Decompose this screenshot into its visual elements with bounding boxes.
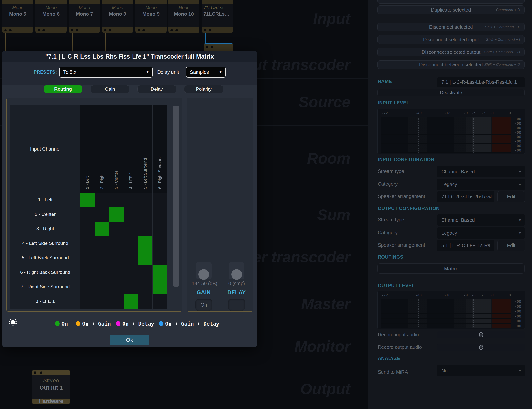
meter-mid-zone (466, 304, 492, 308)
tab-delay[interactable]: Delay (137, 85, 176, 93)
output-port-icon[interactable] (109, 29, 111, 31)
menu-item-shortcut: Shift + Command + D (484, 61, 520, 69)
chevron-down-icon: ▼ (518, 368, 522, 373)
matrix-cell-on[interactable] (138, 236, 153, 251)
matrix-cell-on[interactable] (138, 251, 153, 265)
menu-item-duplicate-selected[interactable]: Duplicate selectedCommand + D (377, 6, 524, 14)
connection-wire (39, 33, 39, 51)
output-speaker-edit-button[interactable]: Edit (497, 240, 525, 251)
input-level-meter: -72-40-18-9-6-3-10-00-00-00-00-00-00-00-… (377, 109, 525, 154)
matrix-column-header: 2 - Right (95, 105, 109, 193)
node-footer (36, 27, 67, 33)
meter-gridline (382, 299, 382, 328)
matrix-cell-on[interactable] (124, 294, 138, 308)
input-level-heading: INPUT LEVEL (378, 100, 409, 106)
grid-vline (167, 105, 167, 308)
input-port-icon[interactable] (211, 46, 213, 48)
tab-polarity[interactable]: Polarity (184, 85, 223, 93)
matrix-cell-on[interactable] (153, 279, 167, 294)
meter-area (381, 299, 511, 328)
meter-readout: -00 (509, 309, 521, 313)
ok-button[interactable]: Ok (110, 335, 149, 345)
presets-select[interactable]: To 5.x ▼ (59, 67, 153, 78)
node-mono-6[interactable]: MonoMono 6 (36, 0, 67, 33)
matrix-button[interactable]: Matrix (377, 263, 524, 274)
record-output-toggle[interactable] (437, 344, 525, 351)
matrix-cell-on[interactable] (109, 207, 124, 222)
meter-area (381, 117, 511, 153)
node-header (135, 0, 167, 4)
gain-knob[interactable] (198, 269, 209, 280)
chevron-down-icon: ▼ (219, 70, 222, 74)
menu-item-partial[interactable] (377, 0, 524, 3)
output-port-icon[interactable] (171, 29, 173, 31)
input-port-icon[interactable] (34, 372, 36, 374)
input-stream-type-select[interactable]: Channel Based ▼ (437, 166, 525, 177)
menu-item-disconnect-selected-input[interactable]: Disconnect selected inputShift + Command… (377, 35, 524, 44)
menu-item-disconnect-selected-output[interactable]: Disconnect selected outputShift + Comman… (377, 48, 524, 56)
node-mono-10[interactable]: MonoMono 10 (168, 0, 199, 33)
node-footer (168, 27, 199, 33)
delay-on-button[interactable] (228, 299, 245, 311)
matrix-cell-on[interactable] (80, 193, 95, 207)
menu-item-disconnect-selected[interactable]: Disconnect selectedShift + Command + L (377, 23, 524, 31)
matrix-cell-on[interactable] (95, 222, 109, 236)
output-port-icon[interactable] (209, 29, 211, 31)
node-71lcrlsslb-[interactable]: 71LCRLssLbsRb…71LCRLssLb… (202, 0, 233, 33)
input-configuration-heading: INPUT CONFIGURATION (378, 157, 434, 162)
output-port-icon[interactable] (76, 29, 78, 31)
output-category-select[interactable]: Legacy ▼ (437, 227, 525, 239)
input-category-select[interactable]: Legacy ▼ (437, 179, 525, 190)
output-stream-type-select[interactable]: Channel Based ▼ (437, 214, 525, 226)
meter-channel-row (381, 139, 511, 144)
output-port-icon[interactable] (43, 29, 45, 31)
matrix-vertical-scrollbar[interactable] (173, 106, 179, 287)
output-port-icon[interactable] (9, 29, 11, 31)
output-port-icon[interactable] (104, 29, 107, 31)
input-speaker-arrangement-select[interactable]: 71 LCRLssLbsRbsRssLfe ▼ (437, 191, 495, 202)
delay-knob[interactable] (231, 269, 242, 280)
legend-label: On (62, 321, 68, 327)
node-mono-8[interactable]: MonoMono 8 (102, 0, 133, 33)
output-speaker-arrangement-select[interactable]: 5.1 | L-R-C-LFE-Ls-Rs ▼ (437, 240, 495, 251)
menu-item-disconnect-between-selected[interactable]: Disconnect between selectedShift + Comma… (377, 60, 524, 69)
output-port-icon[interactable] (4, 29, 7, 31)
output-port-icon[interactable] (71, 29, 73, 31)
input-port-icon[interactable] (206, 46, 208, 48)
node-footer (69, 27, 100, 33)
input-port-icon[interactable] (40, 372, 43, 374)
node-mono-5[interactable]: MonoMono 5 (2, 0, 33, 33)
meter-readout: -00 (509, 135, 521, 139)
meter-readout: -00 (509, 314, 521, 318)
tab-routing[interactable]: Routing (44, 85, 82, 93)
send-to-mira-select[interactable]: No ▼ (437, 365, 525, 376)
meter-channel-row (381, 314, 511, 319)
meter-readout: -00 (509, 324, 521, 328)
output-port-icon[interactable] (143, 29, 145, 31)
name-input[interactable]: 7.1 | L-C-R-Lss-Lbs-Rbs-Rss-Lfe 1 (437, 77, 525, 87)
node-mono-9[interactable]: MonoMono 9 (135, 0, 167, 33)
output-port-icon[interactable] (204, 29, 206, 31)
meter-mid-zone (466, 139, 492, 143)
gain-on-button[interactable]: On (195, 299, 212, 311)
delay-unit-select[interactable]: Samples ▼ (186, 67, 226, 78)
meter-channel-row (381, 126, 511, 130)
matrix-cell-on[interactable] (153, 265, 167, 279)
meter-gridline (473, 117, 474, 153)
matrix-row-label: 8 - LFE 1 (10, 294, 80, 308)
input-stream-type-label: Stream type (378, 168, 404, 175)
node-name-label: Mono 6 (36, 11, 67, 17)
output-node[interactable]: Stereo Output 1 Hardware (32, 370, 70, 404)
output-port-icon[interactable] (175, 29, 178, 31)
output-category-label: Category (378, 230, 397, 235)
output-port-icon[interactable] (37, 29, 40, 31)
record-output-label: Record output audio (378, 344, 422, 350)
input-speaker-edit-button[interactable]: Edit (497, 191, 525, 202)
tab-gain[interactable]: Gain (91, 85, 129, 93)
node-mono-7[interactable]: MonoMono 7 (69, 0, 100, 33)
deactivate-button[interactable]: Deactivate (377, 89, 524, 96)
legend-label: On + Delay (122, 321, 154, 327)
record-input-toggle[interactable] (437, 331, 525, 338)
output-port-icon[interactable] (138, 29, 140, 31)
input-speaker-arrangement-value: 71 LCRLssLbsRbsRssLfe (441, 194, 495, 200)
